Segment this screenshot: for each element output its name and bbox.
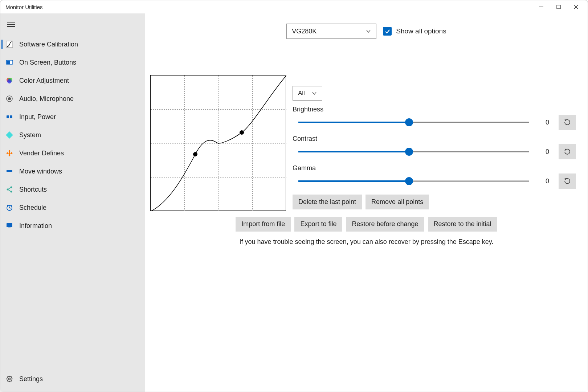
hamburger-button[interactable] bbox=[0, 18, 145, 35]
nav-list: Software Calibration On Screen, Buttons … bbox=[0, 35, 145, 235]
sidebar-item-vender-defines[interactable]: Vender Defines bbox=[0, 144, 145, 162]
minimize-button[interactable] bbox=[532, 0, 550, 13]
hint-text: If you have trouble seeing the screen, y… bbox=[157, 238, 576, 246]
svg-rect-15 bbox=[7, 115, 9, 118]
svg-point-27 bbox=[7, 205, 8, 206]
gamma-row: 0 bbox=[293, 173, 576, 189]
import-button[interactable]: Import from file bbox=[236, 217, 291, 232]
calibration-curve-chart[interactable] bbox=[150, 75, 286, 211]
svg-point-47 bbox=[193, 152, 197, 156]
contrast-slider[interactable] bbox=[298, 146, 529, 157]
body: Software Calibration On Screen, Buttons … bbox=[0, 13, 588, 392]
svg-point-32 bbox=[9, 378, 11, 380]
sidebar-item-move-windows[interactable]: Move windows bbox=[0, 162, 145, 180]
rgb-icon bbox=[5, 77, 13, 85]
brightness-row: 0 bbox=[293, 115, 576, 130]
brightness-value: 0 bbox=[538, 119, 549, 126]
restore-initial-button[interactable]: Restore to the initial bbox=[428, 217, 497, 232]
top-row: VG280K Show all options bbox=[157, 24, 576, 39]
gamma-value: 0 bbox=[538, 177, 549, 185]
sidebar-item-label: Settings bbox=[19, 375, 43, 383]
show-all-checkbox-wrap[interactable]: Show all options bbox=[383, 27, 446, 36]
move-arrows-icon bbox=[5, 149, 13, 157]
app-window: Monitor Utilities Software Calibration bbox=[0, 0, 588, 392]
window-title: Monitor Utilities bbox=[5, 4, 532, 10]
curve-icon bbox=[5, 40, 13, 48]
restore-before-button[interactable]: Restore before change bbox=[346, 217, 424, 232]
export-button[interactable]: Export to file bbox=[294, 217, 342, 232]
svg-point-12 bbox=[7, 79, 12, 83]
sidebar-item-label: On Screen, Buttons bbox=[19, 59, 76, 66]
delete-last-point-button[interactable]: Delete the last point bbox=[293, 195, 362, 209]
sidebar-item-schedule[interactable]: Schedule bbox=[0, 199, 145, 217]
svg-rect-17 bbox=[6, 131, 13, 139]
window-controls bbox=[532, 0, 585, 13]
gamma-label: Gamma bbox=[293, 164, 576, 172]
sidebar-item-system[interactable]: System bbox=[0, 126, 145, 144]
maximize-icon bbox=[556, 4, 561, 9]
sidebar-item-label: Move windows bbox=[19, 168, 62, 175]
show-all-checkbox[interactable] bbox=[383, 27, 392, 36]
brightness-reset-button[interactable] bbox=[559, 115, 576, 130]
sidebar-item-label: Software Calibration bbox=[19, 41, 78, 48]
brightness-slider[interactable] bbox=[298, 117, 529, 128]
windows-icon bbox=[5, 167, 13, 175]
close-button[interactable] bbox=[567, 0, 585, 13]
sidebar-item-information[interactable]: Information bbox=[0, 217, 145, 235]
reset-icon bbox=[563, 148, 571, 156]
monitor-select[interactable]: VG280K bbox=[286, 24, 376, 39]
sidebar-item-label: Color Adjustment bbox=[19, 77, 69, 85]
svg-line-23 bbox=[8, 189, 11, 192]
chevron-down-icon bbox=[312, 91, 317, 96]
channel-select-value: All bbox=[298, 90, 305, 97]
system-icon bbox=[5, 131, 13, 139]
reset-icon bbox=[563, 118, 571, 126]
svg-rect-29 bbox=[7, 223, 12, 227]
channel-select[interactable]: All bbox=[293, 86, 322, 101]
reset-icon bbox=[563, 177, 571, 185]
monitor-select-value: VG280K bbox=[292, 28, 317, 35]
svg-point-48 bbox=[240, 130, 244, 135]
share-icon bbox=[5, 185, 13, 193]
svg-point-14 bbox=[8, 97, 11, 100]
input-icon bbox=[5, 113, 13, 121]
sidebar-item-settings[interactable]: Settings bbox=[0, 370, 145, 388]
svg-rect-30 bbox=[8, 228, 11, 228]
sidebar-item-on-screen-buttons[interactable]: On Screen, Buttons bbox=[0, 53, 145, 72]
mid-row: All Brightness 0 Contrast bbox=[157, 75, 576, 211]
sidebar: Software Calibration On Screen, Buttons … bbox=[0, 13, 145, 392]
contrast-label: Contrast bbox=[293, 135, 576, 143]
maximize-button[interactable] bbox=[550, 0, 567, 13]
sidebar-item-label: Information bbox=[19, 222, 52, 230]
svg-rect-9 bbox=[7, 61, 10, 64]
gear-icon bbox=[5, 375, 13, 383]
sidebar-item-label: Audio, Microphone bbox=[19, 95, 74, 103]
gamma-reset-button[interactable] bbox=[559, 173, 576, 189]
controls-panel: All Brightness 0 Contrast bbox=[293, 75, 576, 211]
svg-point-28 bbox=[11, 205, 12, 206]
check-icon bbox=[385, 29, 390, 34]
sidebar-item-software-calibration[interactable]: Software Calibration bbox=[0, 35, 145, 53]
sidebar-item-input-power[interactable]: Input, Power bbox=[0, 108, 145, 126]
show-all-label: Show all options bbox=[396, 27, 446, 35]
curve-svg bbox=[151, 75, 286, 211]
sidebar-item-label: Shortcuts bbox=[19, 186, 47, 193]
minimize-icon bbox=[539, 4, 544, 9]
remove-all-points-button[interactable]: Remove all points bbox=[366, 195, 429, 209]
svg-line-22 bbox=[8, 187, 11, 189]
contrast-row: 0 bbox=[293, 144, 576, 159]
sidebar-item-label: Vender Defines bbox=[19, 150, 64, 157]
sidebar-item-color-adjustment[interactable]: Color Adjustment bbox=[0, 72, 145, 90]
display-icon bbox=[5, 222, 13, 230]
contrast-reset-button[interactable] bbox=[559, 144, 576, 159]
sidebar-item-label: Schedule bbox=[19, 204, 46, 212]
brightness-label: Brightness bbox=[293, 106, 576, 113]
svg-line-26 bbox=[9, 208, 11, 208]
gamma-slider[interactable] bbox=[298, 176, 529, 187]
speaker-icon bbox=[5, 95, 13, 103]
clock-icon bbox=[5, 204, 13, 212]
sidebar-item-audio-microphone[interactable]: Audio, Microphone bbox=[0, 90, 145, 108]
main-panel: VG280K Show all options bbox=[145, 13, 588, 392]
sidebar-item-label: System bbox=[19, 131, 41, 139]
sidebar-item-shortcuts[interactable]: Shortcuts bbox=[0, 180, 145, 199]
